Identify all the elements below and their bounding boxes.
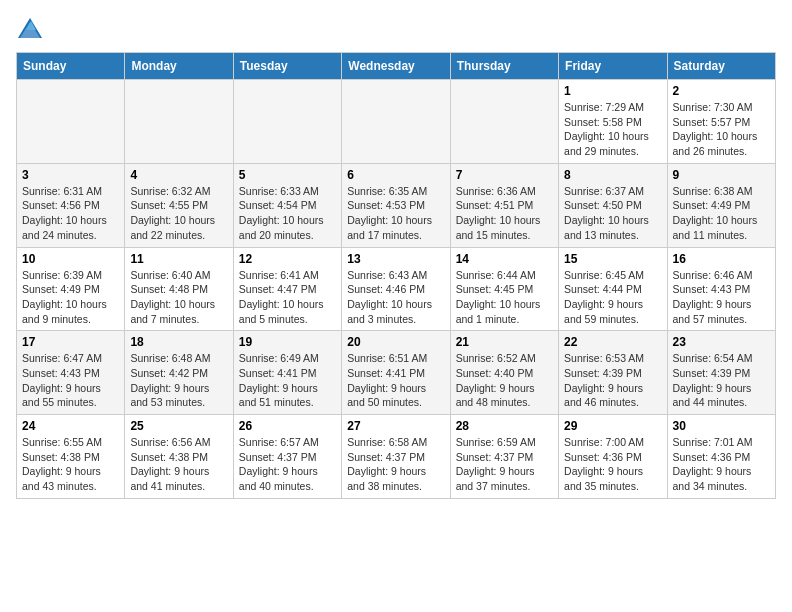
day-number: 23 — [673, 335, 770, 349]
day-info: Sunrise: 6:59 AM Sunset: 4:37 PM Dayligh… — [456, 435, 553, 494]
day-number: 7 — [456, 168, 553, 182]
day-number: 13 — [347, 252, 444, 266]
day-number: 21 — [456, 335, 553, 349]
day-info: Sunrise: 6:31 AM Sunset: 4:56 PM Dayligh… — [22, 184, 119, 243]
day-info: Sunrise: 6:38 AM Sunset: 4:49 PM Dayligh… — [673, 184, 770, 243]
day-info: Sunrise: 6:52 AM Sunset: 4:40 PM Dayligh… — [456, 351, 553, 410]
page-header — [16, 16, 776, 44]
calendar-cell: 1Sunrise: 7:29 AM Sunset: 5:58 PM Daylig… — [559, 80, 667, 164]
day-number: 14 — [456, 252, 553, 266]
calendar-cell: 21Sunrise: 6:52 AM Sunset: 4:40 PM Dayli… — [450, 331, 558, 415]
calendar-week-row: 24Sunrise: 6:55 AM Sunset: 4:38 PM Dayli… — [17, 415, 776, 499]
calendar-cell — [450, 80, 558, 164]
calendar-cell: 12Sunrise: 6:41 AM Sunset: 4:47 PM Dayli… — [233, 247, 341, 331]
calendar-cell — [125, 80, 233, 164]
day-number: 26 — [239, 419, 336, 433]
day-number: 19 — [239, 335, 336, 349]
calendar-cell: 2Sunrise: 7:30 AM Sunset: 5:57 PM Daylig… — [667, 80, 775, 164]
day-info: Sunrise: 6:37 AM Sunset: 4:50 PM Dayligh… — [564, 184, 661, 243]
calendar-cell: 20Sunrise: 6:51 AM Sunset: 4:41 PM Dayli… — [342, 331, 450, 415]
day-header-tuesday: Tuesday — [233, 53, 341, 80]
day-info: Sunrise: 6:58 AM Sunset: 4:37 PM Dayligh… — [347, 435, 444, 494]
day-number: 8 — [564, 168, 661, 182]
logo — [16, 16, 48, 44]
day-number: 4 — [130, 168, 227, 182]
day-info: Sunrise: 7:30 AM Sunset: 5:57 PM Dayligh… — [673, 100, 770, 159]
day-info: Sunrise: 6:51 AM Sunset: 4:41 PM Dayligh… — [347, 351, 444, 410]
day-info: Sunrise: 6:46 AM Sunset: 4:43 PM Dayligh… — [673, 268, 770, 327]
day-number: 20 — [347, 335, 444, 349]
calendar-cell: 30Sunrise: 7:01 AM Sunset: 4:36 PM Dayli… — [667, 415, 775, 499]
day-number: 16 — [673, 252, 770, 266]
day-number: 28 — [456, 419, 553, 433]
calendar-table: SundayMondayTuesdayWednesdayThursdayFrid… — [16, 52, 776, 499]
day-number: 27 — [347, 419, 444, 433]
day-number: 18 — [130, 335, 227, 349]
day-number: 10 — [22, 252, 119, 266]
day-info: Sunrise: 6:44 AM Sunset: 4:45 PM Dayligh… — [456, 268, 553, 327]
calendar-cell: 24Sunrise: 6:55 AM Sunset: 4:38 PM Dayli… — [17, 415, 125, 499]
day-number: 25 — [130, 419, 227, 433]
day-number: 5 — [239, 168, 336, 182]
day-number: 29 — [564, 419, 661, 433]
day-info: Sunrise: 6:57 AM Sunset: 4:37 PM Dayligh… — [239, 435, 336, 494]
day-number: 24 — [22, 419, 119, 433]
calendar-cell: 7Sunrise: 6:36 AM Sunset: 4:51 PM Daylig… — [450, 163, 558, 247]
day-header-saturday: Saturday — [667, 53, 775, 80]
day-info: Sunrise: 6:43 AM Sunset: 4:46 PM Dayligh… — [347, 268, 444, 327]
calendar-cell: 27Sunrise: 6:58 AM Sunset: 4:37 PM Dayli… — [342, 415, 450, 499]
day-info: Sunrise: 7:29 AM Sunset: 5:58 PM Dayligh… — [564, 100, 661, 159]
day-info: Sunrise: 6:32 AM Sunset: 4:55 PM Dayligh… — [130, 184, 227, 243]
calendar-cell: 16Sunrise: 6:46 AM Sunset: 4:43 PM Dayli… — [667, 247, 775, 331]
calendar-cell: 17Sunrise: 6:47 AM Sunset: 4:43 PM Dayli… — [17, 331, 125, 415]
day-number: 3 — [22, 168, 119, 182]
day-number: 12 — [239, 252, 336, 266]
day-header-wednesday: Wednesday — [342, 53, 450, 80]
calendar-cell: 4Sunrise: 6:32 AM Sunset: 4:55 PM Daylig… — [125, 163, 233, 247]
calendar-header-row: SundayMondayTuesdayWednesdayThursdayFrid… — [17, 53, 776, 80]
calendar-week-row: 10Sunrise: 6:39 AM Sunset: 4:49 PM Dayli… — [17, 247, 776, 331]
calendar-cell: 11Sunrise: 6:40 AM Sunset: 4:48 PM Dayli… — [125, 247, 233, 331]
day-number: 2 — [673, 84, 770, 98]
calendar-week-row: 1Sunrise: 7:29 AM Sunset: 5:58 PM Daylig… — [17, 80, 776, 164]
calendar-cell: 13Sunrise: 6:43 AM Sunset: 4:46 PM Dayli… — [342, 247, 450, 331]
calendar-cell: 25Sunrise: 6:56 AM Sunset: 4:38 PM Dayli… — [125, 415, 233, 499]
calendar-cell — [233, 80, 341, 164]
day-info: Sunrise: 6:45 AM Sunset: 4:44 PM Dayligh… — [564, 268, 661, 327]
day-number: 6 — [347, 168, 444, 182]
day-info: Sunrise: 6:56 AM Sunset: 4:38 PM Dayligh… — [130, 435, 227, 494]
day-info: Sunrise: 6:36 AM Sunset: 4:51 PM Dayligh… — [456, 184, 553, 243]
calendar-cell: 6Sunrise: 6:35 AM Sunset: 4:53 PM Daylig… — [342, 163, 450, 247]
day-info: Sunrise: 6:47 AM Sunset: 4:43 PM Dayligh… — [22, 351, 119, 410]
day-number: 30 — [673, 419, 770, 433]
calendar-cell — [17, 80, 125, 164]
logo-icon — [16, 16, 44, 44]
calendar-cell: 19Sunrise: 6:49 AM Sunset: 4:41 PM Dayli… — [233, 331, 341, 415]
day-info: Sunrise: 6:35 AM Sunset: 4:53 PM Dayligh… — [347, 184, 444, 243]
day-header-friday: Friday — [559, 53, 667, 80]
day-number: 9 — [673, 168, 770, 182]
day-header-thursday: Thursday — [450, 53, 558, 80]
calendar-cell: 22Sunrise: 6:53 AM Sunset: 4:39 PM Dayli… — [559, 331, 667, 415]
calendar-week-row: 3Sunrise: 6:31 AM Sunset: 4:56 PM Daylig… — [17, 163, 776, 247]
day-info: Sunrise: 6:55 AM Sunset: 4:38 PM Dayligh… — [22, 435, 119, 494]
day-info: Sunrise: 7:00 AM Sunset: 4:36 PM Dayligh… — [564, 435, 661, 494]
calendar-cell: 10Sunrise: 6:39 AM Sunset: 4:49 PM Dayli… — [17, 247, 125, 331]
day-info: Sunrise: 6:40 AM Sunset: 4:48 PM Dayligh… — [130, 268, 227, 327]
day-header-monday: Monday — [125, 53, 233, 80]
day-info: Sunrise: 6:48 AM Sunset: 4:42 PM Dayligh… — [130, 351, 227, 410]
calendar-cell — [342, 80, 450, 164]
calendar-cell: 28Sunrise: 6:59 AM Sunset: 4:37 PM Dayli… — [450, 415, 558, 499]
day-info: Sunrise: 6:49 AM Sunset: 4:41 PM Dayligh… — [239, 351, 336, 410]
day-info: Sunrise: 6:41 AM Sunset: 4:47 PM Dayligh… — [239, 268, 336, 327]
calendar-cell: 3Sunrise: 6:31 AM Sunset: 4:56 PM Daylig… — [17, 163, 125, 247]
day-info: Sunrise: 6:53 AM Sunset: 4:39 PM Dayligh… — [564, 351, 661, 410]
day-number: 22 — [564, 335, 661, 349]
calendar-cell: 9Sunrise: 6:38 AM Sunset: 4:49 PM Daylig… — [667, 163, 775, 247]
calendar-cell: 29Sunrise: 7:00 AM Sunset: 4:36 PM Dayli… — [559, 415, 667, 499]
day-number: 17 — [22, 335, 119, 349]
calendar-cell: 14Sunrise: 6:44 AM Sunset: 4:45 PM Dayli… — [450, 247, 558, 331]
day-number: 1 — [564, 84, 661, 98]
calendar-cell: 5Sunrise: 6:33 AM Sunset: 4:54 PM Daylig… — [233, 163, 341, 247]
day-number: 15 — [564, 252, 661, 266]
